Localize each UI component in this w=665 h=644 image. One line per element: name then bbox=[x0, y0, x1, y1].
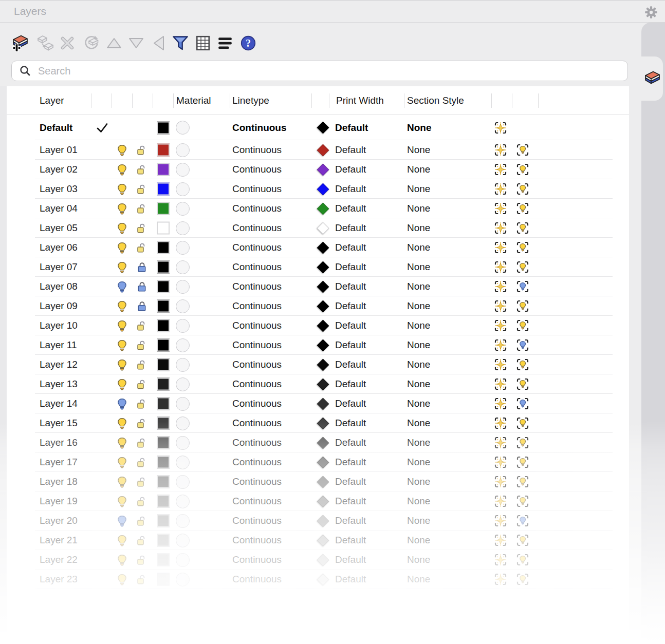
material-preview[interactable] bbox=[176, 140, 190, 160]
section-style-value[interactable]: None bbox=[407, 355, 430, 374]
material-preview[interactable] bbox=[176, 433, 190, 452]
layer-unlocked-icon[interactable] bbox=[136, 179, 149, 199]
clipping-visibility-bulb-icon[interactable] bbox=[515, 218, 530, 238]
clipping-visibility-bulb-icon[interactable] bbox=[515, 238, 530, 257]
print-color-cell[interactable] bbox=[318, 257, 328, 277]
layer-unlocked-icon[interactable] bbox=[136, 531, 149, 550]
print-width-value[interactable]: Default bbox=[335, 257, 366, 277]
section-style-value[interactable]: None bbox=[407, 218, 430, 238]
material-preview[interactable] bbox=[176, 472, 190, 491]
clipping-visibility-bulb-icon[interactable] bbox=[515, 472, 530, 491]
linetype-value[interactable]: Continuous bbox=[232, 355, 282, 374]
clipping-visibility-bulb-icon[interactable] bbox=[515, 257, 530, 277]
layer-unlocked-icon[interactable] bbox=[136, 413, 149, 433]
layer-name[interactable]: Layer 17 bbox=[40, 452, 78, 472]
print-width-value[interactable]: Default bbox=[335, 140, 366, 160]
print-width-value[interactable]: Default bbox=[335, 218, 366, 238]
linetype-value[interactable]: Continuous bbox=[232, 394, 282, 413]
linetype-value[interactable]: Continuous bbox=[232, 413, 282, 433]
print-color-cell[interactable] bbox=[318, 316, 328, 335]
layer-color-swatch[interactable] bbox=[157, 144, 170, 157]
section-style-value[interactable]: None bbox=[407, 277, 430, 296]
print-color-cell[interactable] bbox=[318, 160, 328, 179]
print-width-value[interactable]: Default bbox=[335, 531, 366, 550]
layer-row[interactable]: Layer 15 Continuous Default None bbox=[0, 413, 665, 433]
linetype-value[interactable]: Continuous bbox=[232, 316, 282, 335]
clipping-participation-icon[interactable] bbox=[493, 394, 508, 413]
layer-row[interactable]: Layer 03 Continuous Default None bbox=[0, 179, 665, 199]
material-preview[interactable] bbox=[176, 374, 190, 394]
clipping-participation-icon[interactable] bbox=[493, 511, 508, 531]
layer-visibility-bulb-icon[interactable] bbox=[116, 531, 128, 550]
layer-name[interactable]: Layer 21 bbox=[40, 531, 78, 550]
layer-row[interactable]: Layer 04 Continuous Default None bbox=[0, 199, 665, 218]
layer-row[interactable]: Layer 01 Continuous Default None bbox=[0, 140, 665, 160]
move-layer-up-button[interactable] bbox=[103, 32, 125, 54]
layer-color-swatch[interactable] bbox=[157, 515, 170, 527]
section-style-value[interactable]: None bbox=[407, 433, 430, 452]
layer-visibility-bulb-icon[interactable] bbox=[116, 179, 128, 199]
layer-name[interactable]: Layer 13 bbox=[40, 374, 78, 394]
print-width-value[interactable]: Default bbox=[335, 277, 366, 296]
layer-row[interactable]: Layer 13 Continuous Default None bbox=[0, 374, 665, 394]
section-style-value[interactable]: None bbox=[407, 394, 430, 413]
section-style-value[interactable]: None bbox=[407, 296, 430, 316]
layer-row[interactable]: Layer 18 Continuous Default None bbox=[0, 472, 665, 491]
layer-name[interactable]: Layer 19 bbox=[40, 491, 78, 511]
layer-row[interactable]: Layer 14 Continuous Default None bbox=[0, 394, 665, 413]
layer-row[interactable]: Default Continuous Default None bbox=[0, 115, 665, 140]
clipping-visibility-bulb-icon[interactable] bbox=[515, 413, 530, 433]
layer-locked-icon[interactable] bbox=[136, 277, 149, 296]
layer-color-swatch[interactable] bbox=[157, 534, 170, 547]
linetype-value[interactable]: Continuous bbox=[232, 511, 282, 531]
section-style-value[interactable]: None bbox=[407, 115, 432, 140]
layer-unlocked-icon[interactable] bbox=[136, 238, 149, 257]
layer-row[interactable]: Layer 10 Continuous Default None bbox=[0, 316, 665, 335]
layer-name[interactable]: Layer 18 bbox=[40, 472, 78, 491]
print-width-value[interactable]: Default bbox=[335, 413, 366, 433]
clipping-visibility-bulb-icon[interactable] bbox=[515, 355, 530, 374]
print-width-value[interactable]: Default bbox=[335, 570, 366, 589]
clipping-participation-icon[interactable] bbox=[493, 413, 508, 433]
layer-name[interactable]: Layer 22 bbox=[40, 550, 78, 570]
layer-unlocked-icon[interactable] bbox=[136, 491, 149, 511]
clipping-visibility-bulb-icon[interactable] bbox=[515, 277, 530, 296]
layer-visibility-bulb-icon[interactable] bbox=[116, 374, 128, 394]
layer-visibility-bulb-icon[interactable] bbox=[116, 550, 128, 570]
layer-visibility-bulb-icon[interactable] bbox=[116, 394, 128, 413]
layer-visibility-bulb-icon[interactable] bbox=[116, 238, 128, 257]
layer-unlocked-icon[interactable] bbox=[136, 374, 149, 394]
clipping-visibility-bulb-icon[interactable] bbox=[515, 452, 530, 472]
new-layer-button[interactable] bbox=[9, 32, 31, 54]
clipping-participation-icon[interactable] bbox=[493, 160, 508, 179]
clipping-visibility-bulb-icon[interactable] bbox=[515, 160, 530, 179]
clipping-participation-icon[interactable] bbox=[493, 140, 508, 160]
material-preview[interactable] bbox=[176, 160, 190, 179]
clipping-participation-icon[interactable] bbox=[493, 316, 508, 335]
print-width-value[interactable]: Default bbox=[335, 179, 366, 199]
section-style-value[interactable]: None bbox=[407, 531, 430, 550]
layer-unlocked-icon[interactable] bbox=[136, 140, 149, 160]
layer-color-swatch[interactable] bbox=[157, 339, 170, 352]
clipping-participation-icon[interactable] bbox=[493, 335, 508, 355]
clipping-visibility-bulb-icon[interactable] bbox=[515, 199, 530, 218]
layer-name[interactable]: Layer 10 bbox=[40, 316, 78, 335]
help-button[interactable]: ? bbox=[237, 32, 260, 54]
print-color-cell[interactable] bbox=[318, 550, 328, 570]
material-preview[interactable] bbox=[176, 452, 190, 472]
material-preview[interactable] bbox=[176, 550, 190, 570]
print-color-cell[interactable] bbox=[318, 433, 328, 452]
material-preview[interactable] bbox=[176, 511, 190, 531]
print-width-value[interactable]: Default bbox=[335, 550, 366, 570]
print-color-cell[interactable] bbox=[318, 570, 328, 589]
print-width-value[interactable]: Default bbox=[335, 316, 366, 335]
layer-visibility-bulb-icon[interactable] bbox=[116, 433, 128, 452]
section-style-value[interactable]: None bbox=[407, 335, 430, 355]
section-style-value[interactable]: None bbox=[407, 413, 430, 433]
print-color-cell[interactable] bbox=[318, 413, 328, 433]
clipping-participation-icon[interactable] bbox=[493, 433, 508, 452]
move-to-layer-button[interactable] bbox=[80, 32, 103, 54]
clipping-visibility-bulb-icon[interactable] bbox=[515, 335, 530, 355]
move-layer-down-button[interactable] bbox=[125, 32, 147, 54]
layer-color-swatch[interactable] bbox=[157, 300, 170, 313]
